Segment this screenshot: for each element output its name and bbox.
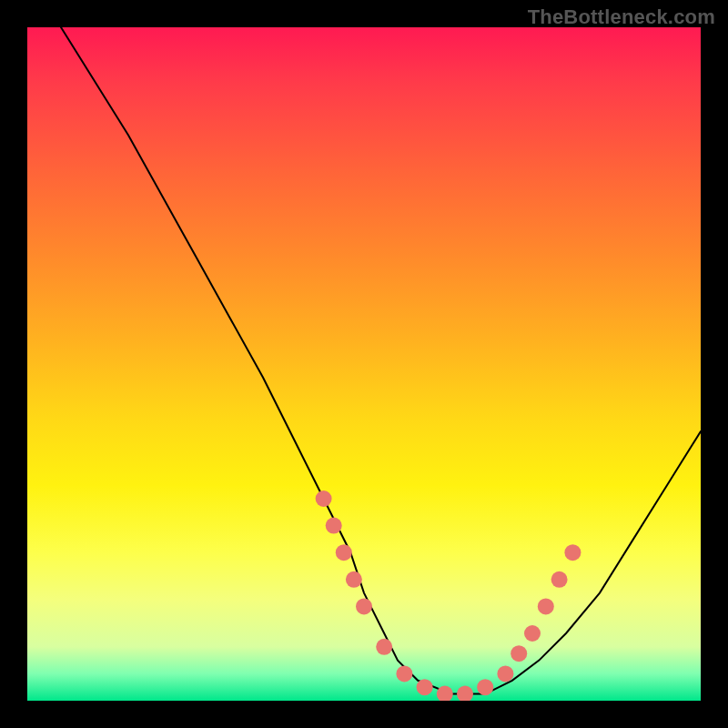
curve-layer (27, 27, 701, 701)
curve-marker (524, 625, 541, 642)
curve-marker (564, 544, 581, 561)
curve-marker (477, 679, 493, 695)
curve-marker (417, 679, 433, 695)
curve-marker (396, 665, 412, 682)
curve-marker (551, 571, 568, 588)
curve-marker (316, 490, 332, 507)
curve-marker (376, 639, 392, 655)
chart-stage: TheBottleneck.com (0, 0, 728, 728)
curve-marker (346, 571, 362, 588)
marker-group (316, 490, 581, 701)
curve-marker (336, 544, 352, 561)
curve-marker (356, 598, 372, 614)
watermark-text: TheBottleneck.com (528, 5, 715, 29)
curve-marker (538, 598, 554, 614)
bottleneck-curve (61, 27, 701, 694)
curve-marker (511, 645, 527, 662)
curve-marker (497, 665, 513, 682)
curve-marker (457, 686, 473, 701)
curve-marker (326, 518, 342, 534)
